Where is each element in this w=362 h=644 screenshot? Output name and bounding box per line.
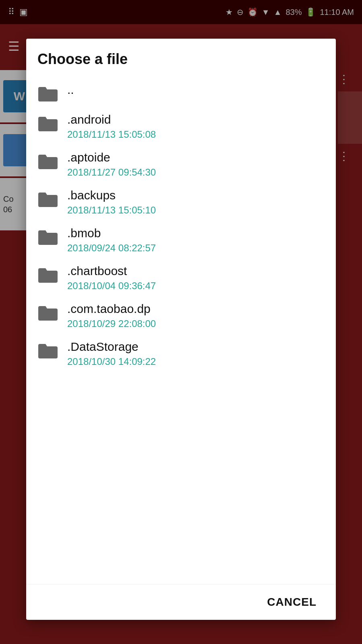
folder-icon bbox=[37, 266, 58, 284]
list-item[interactable]: .bmob2018/09/24 08:22:57 bbox=[37, 219, 325, 257]
file-info: .aptoide2018/11/27 09:54:30 bbox=[67, 151, 325, 178]
file-name: .. bbox=[67, 83, 74, 96]
list-item[interactable]: .android2018/11/13 15:05:08 bbox=[37, 106, 325, 143]
list-item[interactable]: .chartboost2018/10/04 09:36:47 bbox=[37, 257, 325, 295]
file-info: .chartboost2018/10/04 09:36:47 bbox=[67, 264, 325, 292]
dialog-title: Choose a file bbox=[26, 39, 336, 76]
folder-icon bbox=[37, 190, 58, 208]
file-name: .backups bbox=[67, 188, 116, 202]
file-info: .. bbox=[67, 83, 325, 97]
file-date: 2018/10/30 14:09:22 bbox=[67, 356, 325, 367]
folder-icon bbox=[37, 152, 58, 170]
folder-icon bbox=[37, 304, 58, 321]
list-item[interactable]: .DataStorage2018/10/30 14:09:22 bbox=[37, 333, 325, 371]
file-name: .DataStorage bbox=[67, 340, 139, 353]
folder-icon bbox=[37, 228, 58, 246]
file-name: .bmob bbox=[67, 226, 101, 240]
list-item[interactable]: .backups2018/11/13 15:05:10 bbox=[37, 181, 325, 219]
folder-icon bbox=[37, 85, 58, 102]
file-info: .DataStorage2018/10/30 14:09:22 bbox=[67, 340, 325, 367]
folder-icon bbox=[37, 342, 58, 359]
file-name: .chartboost bbox=[67, 264, 127, 277]
list-item[interactable]: .aptoide2018/11/27 09:54:30 bbox=[37, 143, 325, 181]
file-info: .android2018/11/13 15:05:08 bbox=[67, 113, 325, 140]
file-date: 2018/10/29 22:08:00 bbox=[67, 318, 325, 329]
list-item[interactable]: .. bbox=[37, 76, 325, 106]
file-date: 2018/11/13 15:05:08 bbox=[67, 129, 325, 140]
dialog-footer: CANCEL bbox=[26, 584, 336, 620]
file-info: .backups2018/11/13 15:05:10 bbox=[67, 188, 325, 216]
file-name: .com.taobao.dp bbox=[67, 302, 151, 315]
file-info: .com.taobao.dp2018/10/29 22:08:00 bbox=[67, 302, 325, 329]
list-item[interactable]: .com.taobao.dp2018/10/29 22:08:00 bbox=[37, 295, 325, 333]
file-chooser-dialog: Choose a file ...android2018/11/13 15:05… bbox=[26, 39, 336, 620]
file-name: .aptoide bbox=[67, 151, 110, 164]
file-name: .android bbox=[67, 113, 111, 126]
folder-icon bbox=[37, 114, 58, 132]
file-date: 2018/11/13 15:05:10 bbox=[67, 205, 325, 216]
file-list[interactable]: ...android2018/11/13 15:05:08.aptoide201… bbox=[26, 76, 336, 584]
file-date: 2018/10/04 09:36:47 bbox=[67, 280, 325, 292]
cancel-button[interactable]: CANCEL bbox=[259, 592, 325, 613]
file-date: 2018/11/27 09:54:30 bbox=[67, 167, 325, 178]
file-date: 2018/09/24 08:22:57 bbox=[67, 242, 325, 254]
file-info: .bmob2018/09/24 08:22:57 bbox=[67, 226, 325, 254]
